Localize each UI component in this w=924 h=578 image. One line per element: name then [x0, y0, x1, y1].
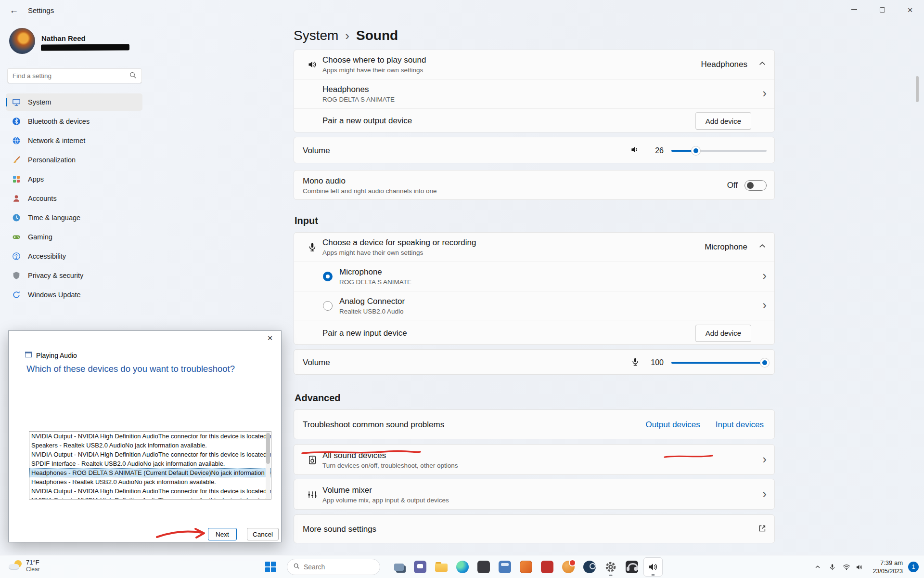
sidebar-item-apps[interactable]: Apps	[6, 171, 142, 188]
file-explorer-icon[interactable]	[432, 557, 451, 577]
troubleshoot-label: Troubleshoot common sound problems	[303, 420, 444, 430]
chevron-up-icon[interactable]	[758, 59, 767, 70]
add-input-device-button[interactable]: Add device	[695, 325, 751, 342]
device-list-item[interactable]: NVIDIA Output - NVIDIA High Definition A…	[29, 450, 271, 459]
slider-thumb[interactable]	[760, 358, 769, 367]
radio-unselected-icon[interactable]	[323, 301, 333, 311]
device-list[interactable]: NVIDIA Output - NVIDIA High Definition A…	[29, 431, 271, 499]
output-device-detail: ROG DELTA S ANIMATE	[322, 96, 395, 103]
sidebar-item-accessibility[interactable]: Accessibility	[6, 248, 142, 265]
sidebar-item-gaming[interactable]: Gaming	[6, 228, 142, 246]
gta-icon[interactable]	[516, 557, 536, 577]
sidebar-item-system[interactable]: System	[6, 93, 142, 111]
avatar[interactable]	[9, 28, 35, 54]
sidebar-item-accounts[interactable]: Accounts	[6, 190, 142, 207]
taskbar-search[interactable]	[287, 559, 380, 575]
sidebar-item-network-internet[interactable]: Network & internet	[6, 132, 142, 149]
mono-audio-state: Off	[727, 181, 738, 190]
radio-selected-icon[interactable]	[323, 272, 333, 281]
cancel-button[interactable]: Cancel	[247, 528, 279, 540]
sidebar-item-bluetooth-devices[interactable]: Bluetooth & devices	[6, 113, 142, 130]
maximize-button[interactable]	[868, 0, 896, 19]
analog-connector-row[interactable]: Analog Connector Realtek USB2.0 Audio ›	[294, 291, 774, 320]
page-scrollbar[interactable]	[916, 76, 919, 102]
volume-mixer-row[interactable]: Volume mixer App volume mix, app input &…	[294, 479, 774, 510]
minimize-button[interactable]	[840, 0, 868, 19]
apps-grid-icon	[12, 174, 21, 184]
breadcrumb-system[interactable]: System	[294, 28, 338, 43]
choose-input-row[interactable]: Choose a device for speaking or recordin…	[294, 233, 774, 262]
settings-gear-icon[interactable]	[601, 557, 620, 577]
dialog-close-button[interactable]: ×	[259, 331, 281, 345]
tray-chevron-up-icon[interactable]	[813, 563, 822, 571]
sidebar-item-windows-update[interactable]: Windows Update	[6, 286, 142, 303]
sidebar-item-privacy-security[interactable]: Privacy & security	[6, 267, 142, 284]
search-input[interactable]	[13, 72, 129, 79]
output-device-name: Headphones	[322, 85, 395, 94]
clock-icon	[12, 213, 21, 223]
device-list-item-selected[interactable]: Headphones - ROG DELTA S ANIMATE (Curren…	[29, 468, 271, 477]
device-list-item[interactable]: NVIDIA Output - NVIDIA High Definition A…	[29, 496, 271, 499]
notification-app-icon[interactable]	[559, 557, 578, 577]
amd-icon[interactable]	[538, 557, 557, 577]
gamepad-icon	[12, 232, 21, 242]
device-list-item[interactable]: NVIDIA Output - NVIDIA High Definition A…	[29, 486, 271, 496]
running-indicator	[609, 575, 613, 576]
tray-clock[interactable]: 7:39 am 23/05/2023	[873, 559, 903, 575]
widgets-weather-button[interactable]: 71°F Clear	[5, 557, 44, 575]
pair-output-label: Pair a new output device	[322, 116, 412, 126]
settings-titlebar: ← Settings ×	[0, 0, 924, 21]
taskbar-search-input[interactable]	[304, 563, 391, 571]
slider-thumb[interactable]	[692, 146, 700, 155]
headphones-device-row[interactable]: Headphones ROG DELTA S ANIMATE ›	[294, 79, 774, 108]
notification-count-badge[interactable]: 1	[908, 562, 919, 572]
output-volume-value: 26	[647, 146, 664, 155]
edge-icon[interactable]	[453, 557, 472, 577]
output-devices-link[interactable]: Output devices	[645, 420, 700, 430]
sidebar-item-personalization[interactable]: Personalization	[6, 151, 142, 169]
list-scrollbar[interactable]	[266, 432, 270, 499]
task-view-icon[interactable]	[389, 557, 409, 577]
input-volume-slider[interactable]	[671, 358, 767, 368]
choose-output-row[interactable]: Choose where to play sound Apps might ha…	[294, 50, 774, 79]
close-button[interactable]: ×	[896, 0, 924, 19]
headset-app-icon[interactable]	[622, 557, 642, 577]
input-devices-link[interactable]: Input devices	[716, 420, 764, 430]
mono-audio-toggle[interactable]	[744, 180, 767, 191]
window-title: Settings	[28, 6, 54, 14]
sidebar-item-time-language[interactable]: Time & language	[6, 209, 142, 226]
start-button[interactable]	[261, 557, 280, 577]
more-sound-settings-row[interactable]: More sound settings	[294, 515, 774, 543]
weather-condition: Clear	[26, 566, 40, 573]
scrollbar-thumb[interactable]	[266, 433, 270, 464]
tray-wifi-icon[interactable]	[842, 563, 851, 571]
device-list-item[interactable]: Headphones - Realtek USB2.0 AudioNo jack…	[29, 477, 271, 486]
add-output-device-button[interactable]: Add device	[695, 112, 751, 130]
calculator-icon[interactable]	[495, 557, 514, 577]
more-sound-settings-card[interactable]: More sound settings	[294, 514, 775, 543]
chevron-right-icon: ›	[762, 487, 767, 500]
back-button[interactable]: ←	[6, 3, 22, 18]
input-volume-label: Volume	[303, 358, 330, 368]
microphone-icon[interactable]	[631, 357, 640, 368]
device-list-item[interactable]: NVIDIA Output - NVIDIA High Definition A…	[29, 432, 271, 441]
volume-mixer-card[interactable]: Volume mixer App volume mix, app input &…	[294, 479, 775, 510]
speaker-icon[interactable]	[630, 145, 640, 156]
tray-microphone-icon[interactable]	[828, 563, 836, 571]
all-sound-devices-row[interactable]: All sound devices Turn devices on/off, t…	[294, 445, 774, 475]
settings-search[interactable]	[7, 68, 142, 83]
microphone-device-row[interactable]: Microphone ROG DELTA S ANIMATE ›	[294, 262, 774, 291]
all-sound-devices-card[interactable]: All sound devices Turn devices on/off, t…	[294, 444, 775, 475]
pair-input-row: Pair a new input device Add device	[294, 320, 774, 345]
next-button[interactable]: Next	[208, 528, 237, 540]
input-section-heading: Input	[295, 215, 318, 226]
output-volume-slider[interactable]	[671, 146, 767, 156]
device-list-item[interactable]: SPDIF Interface - Realtek USB2.0 AudioNo…	[29, 459, 271, 468]
pinned-app-icon[interactable]	[474, 557, 493, 577]
tray-volume-icon[interactable]	[855, 563, 863, 571]
device-list-item[interactable]: Speakers - Realtek USB2.0 AudioNo jack i…	[29, 441, 271, 450]
steam-icon[interactable]	[580, 557, 599, 577]
troubleshooter-window-icon[interactable]	[643, 557, 663, 577]
chat-icon[interactable]	[411, 557, 430, 577]
chevron-up-icon[interactable]	[758, 242, 767, 252]
